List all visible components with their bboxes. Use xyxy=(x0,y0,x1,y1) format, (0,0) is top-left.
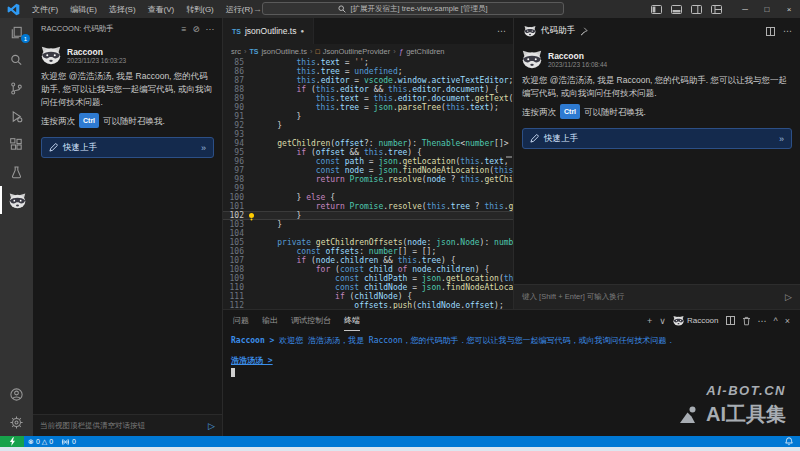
minimize-button[interactable]: ─ xyxy=(734,0,756,18)
extensions-icon[interactable] xyxy=(0,130,33,158)
code-line[interactable]: 101 return Promise.resolve(this.tree ? t… xyxy=(223,202,513,211)
customize-layout-icon[interactable] xyxy=(711,5,722,14)
code-line[interactable]: 90 this.tree = json.parseTree(this.text)… xyxy=(223,103,513,112)
lightbulb-icon[interactable] xyxy=(249,213,254,218)
code-line[interactable]: 85 this.text = ''; xyxy=(223,58,513,67)
code-line[interactable]: 99 xyxy=(223,184,513,193)
source-control-icon[interactable] xyxy=(0,74,33,102)
menu-goto[interactable]: 转到(G) xyxy=(180,4,220,15)
remote-indicator[interactable] xyxy=(0,436,24,447)
editor-scrollbar-marker[interactable] xyxy=(506,156,512,158)
menu-file[interactable]: 文件(F) xyxy=(26,4,64,15)
toggle-secondary-sidebar-icon[interactable] xyxy=(691,5,702,14)
pin-icon[interactable] xyxy=(580,27,588,36)
explorer-icon[interactable]: 1 xyxy=(0,18,33,46)
code-text: } else { xyxy=(258,193,335,202)
code-line[interactable]: 98 return Promise.resolve(node ? this.ge… xyxy=(223,175,513,184)
menu-edit[interactable]: 编辑(E) xyxy=(64,4,103,15)
tab-jsonoutline[interactable]: TS jsonOutline.ts ● xyxy=(223,18,314,44)
close-panel-icon[interactable]: × xyxy=(785,316,790,326)
menu-selection[interactable]: 选择(S) xyxy=(103,4,142,15)
chat-history-icon[interactable]: ≡ xyxy=(181,24,186,34)
code-line[interactable]: 109 const childPath = json.getLocation(t… xyxy=(223,274,513,283)
split-editor-icon[interactable] xyxy=(766,27,775,36)
code-line[interactable]: 107 if (node.children && this.tree) { xyxy=(223,256,513,265)
code-line[interactable]: 106 const offsets: number[] = []; xyxy=(223,247,513,256)
glyph-margin xyxy=(247,211,258,220)
terminal-dropdown-icon[interactable]: ∨ xyxy=(659,316,666,326)
code-line[interactable]: 110 const childNode = json.findNodeAtLoc… xyxy=(223,283,513,292)
tab-debug-console[interactable]: 调试控制台 xyxy=(291,310,331,331)
toggle-panel-icon[interactable] xyxy=(671,5,682,14)
code-line[interactable]: 91 } xyxy=(223,112,513,121)
code-line[interactable]: 86 this.tree = undefined; xyxy=(223,67,513,76)
maximize-button[interactable]: □ xyxy=(756,0,778,18)
account-icon[interactable] xyxy=(0,380,33,408)
code-line[interactable]: 94 getChildren(offset?: number): Thenabl… xyxy=(223,139,513,148)
raccoon-extension-icon[interactable] xyxy=(0,186,33,214)
menu-view[interactable]: 查看(V) xyxy=(142,4,181,15)
modified-dot-icon[interactable]: ● xyxy=(300,28,304,34)
more-actions-icon[interactable]: ⋯ xyxy=(783,26,792,36)
raccoon-avatar xyxy=(41,45,61,65)
code-line[interactable]: 102 } xyxy=(223,211,513,220)
more-actions-icon[interactable]: ⋯ xyxy=(758,316,767,326)
sidebar-chat-input[interactable]: 当前视图顶栏提供清空对话按钮 ▷ xyxy=(33,414,222,436)
code-line[interactable]: 104 xyxy=(223,229,513,238)
code-line[interactable]: 89 this.text = this.editor.document.getT… xyxy=(223,94,513,103)
terminal-welcome-text: 欢迎您 浩浩汤汤，我是 Raccoon，您的代码助手．您可以让我与您一起编写代码… xyxy=(279,336,674,345)
kill-terminal-trash-icon[interactable] xyxy=(742,316,751,326)
tab-output[interactable]: 输出 xyxy=(262,310,278,331)
run-debug-icon[interactable] xyxy=(0,102,33,130)
maximize-panel-icon[interactable]: ^ xyxy=(774,316,778,326)
terminal-content[interactable]: Raccoon > 欢迎您 浩浩汤汤，我是 Raccoon，您的代码助手．您可以… xyxy=(223,331,800,377)
ports-indicator[interactable]: 0 xyxy=(57,438,80,446)
tab-terminal[interactable]: 终端 xyxy=(344,310,360,331)
quickstart-button[interactable]: 快速上手 » xyxy=(41,137,214,158)
code-line[interactable]: 105 private getChildrenOffsets(node: jso… xyxy=(223,238,513,247)
quickstart-button[interactable]: 快速上手 » xyxy=(522,128,792,149)
forward-icon[interactable]: → xyxy=(253,4,262,14)
code-line[interactable]: 95 if (offset && this.tree) { xyxy=(223,148,513,157)
code-line[interactable]: 111 if (childNode) { xyxy=(223,292,513,301)
code-text: const path = json.getLocation(this.text,… xyxy=(258,157,513,166)
breadcrumb-class[interactable]: JsonOutlineProvider xyxy=(323,47,391,56)
code-line[interactable]: 88 if (this.editor && this.editor.docume… xyxy=(223,85,513,94)
code-line[interactable]: 97 const node = json.findNodeAtLocation(… xyxy=(223,166,513,175)
code-line[interactable]: 112 offsets.push(childNode.offset); xyxy=(223,301,513,309)
code-line[interactable]: 93 xyxy=(223,130,513,139)
glyph-margin xyxy=(247,292,258,301)
code-line[interactable]: 103 } xyxy=(223,220,513,229)
tab-code-assistant[interactable]: 代码助手 xyxy=(514,18,598,44)
send-icon[interactable]: ▷ xyxy=(785,292,792,302)
problems-indicator[interactable]: ⊗ 0 △ 0 xyxy=(24,438,57,446)
notifications[interactable] xyxy=(785,437,800,446)
command-center-search[interactable]: [扩展开发宿主] tree-view-sample [管理员] xyxy=(262,2,564,15)
code-line[interactable]: 87 this.editor = vscode.window.activeTex… xyxy=(223,76,513,85)
new-terminal-icon[interactable]: + xyxy=(647,316,652,326)
assistant-chat-input[interactable]: 键入 [Shift + Enter] 可输入换行 ▷ xyxy=(514,284,800,309)
tab-problems[interactable]: 问题 xyxy=(233,310,249,331)
breadcrumb-method[interactable]: getChildren xyxy=(406,47,444,56)
clear-chat-icon[interactable]: ⊘ xyxy=(192,24,199,34)
split-terminal-icon[interactable] xyxy=(726,316,735,325)
back-icon[interactable]: ← xyxy=(236,4,245,14)
search-view-icon[interactable] xyxy=(0,46,33,74)
settings-gear-icon[interactable] xyxy=(0,408,33,436)
terminal-selector[interactable]: Raccoon xyxy=(673,315,719,326)
line-number: 97 xyxy=(223,166,247,175)
line-number: 89 xyxy=(223,94,247,103)
code-line[interactable]: 100 } else { xyxy=(223,193,513,202)
toggle-sidebar-icon[interactable] xyxy=(651,5,662,14)
code-line[interactable]: 92 } xyxy=(223,121,513,130)
code-line[interactable]: 108 for (const child of node.children) { xyxy=(223,265,513,274)
breadcrumb-file[interactable]: jsonOutline.ts xyxy=(261,47,306,56)
code-line[interactable]: 96 const path = json.getLocation(this.te… xyxy=(223,157,513,166)
code-editor[interactable]: 85 this.text = '';86 this.tree = undefin… xyxy=(223,58,513,309)
editor-actions-more-icon[interactable]: ⋯ xyxy=(497,26,513,36)
more-actions-icon[interactable]: ⋯ xyxy=(206,24,215,34)
testing-icon[interactable] xyxy=(0,158,33,186)
breadcrumb-src[interactable]: src xyxy=(231,47,241,56)
send-icon[interactable]: ▷ xyxy=(208,421,215,431)
close-button[interactable]: × xyxy=(778,0,800,18)
